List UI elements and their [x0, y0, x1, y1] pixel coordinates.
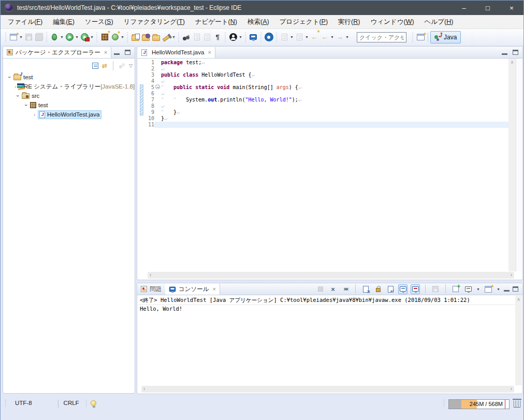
tab-package-explorer[interactable]: パッケージ・エクスプローラー ×: [3, 47, 111, 58]
save-button[interactable]: [23, 32, 34, 43]
console-vertical-scrollbar[interactable]: ∧: [515, 296, 522, 385]
new-wizard-button[interactable]: [8, 32, 19, 43]
new-working-set-button[interactable]: [181, 32, 192, 43]
console-horizontal-scrollbar[interactable]: ‹ ›: [141, 386, 514, 393]
open-type-button[interactable]: [130, 32, 140, 43]
menu-n[interactable]: ナビゲート(N): [190, 15, 242, 29]
chevron-expanded-icon[interactable]: ›: [15, 93, 21, 99]
chevron-expanded-icon[interactable]: ›: [7, 74, 13, 81]
new-java-project-button[interactable]: [99, 32, 110, 43]
tree-item-package[interactable]: › test: [3, 100, 135, 110]
line-ending-indicator[interactable]: CRLF: [59, 398, 84, 408]
java-perspective-button[interactable]: Java: [430, 31, 461, 44]
console-output-area[interactable]: <終了> HelloWorldTest [Java アプリケーション] C:¥t…: [138, 296, 515, 385]
scroll-up-icon[interactable]: ∧: [508, 60, 516, 65]
chevron-collapsed-icon[interactable]: ›: [14, 83, 17, 90]
line-number[interactable]: 9: [144, 109, 154, 115]
garbage-collect-icon[interactable]: [514, 400, 520, 408]
minimize-button[interactable]: –: [452, 1, 476, 15]
console-maximize-icon[interactable]: [513, 286, 518, 292]
code-area[interactable]: 1package test;↵2↵3public class HelloWorl…: [138, 59, 508, 271]
tab-console-close-icon[interactable]: ×: [213, 286, 216, 292]
forward-caret[interactable]: ▾: [345, 35, 350, 39]
back-button[interactable]: ←: [319, 32, 330, 43]
user-account-caret[interactable]: ▾: [238, 35, 243, 39]
next-annotation-caret[interactable]: ▾: [289, 35, 294, 39]
selected-tree-item[interactable]: HelloWorldTest.java: [38, 110, 101, 119]
line-number[interactable]: 1: [144, 60, 154, 66]
menu-r[interactable]: 実行(R): [333, 15, 365, 29]
menu-s[interactable]: ソース(S): [80, 15, 119, 29]
display-selected-console-button[interactable]: [463, 284, 473, 294]
editor-minimize-icon[interactable]: [502, 50, 507, 55]
menu-t[interactable]: リファクタリング(T): [119, 15, 190, 29]
terminal-button[interactable]: [248, 32, 258, 43]
back-caret[interactable]: ▾: [330, 35, 334, 39]
show-javadoc-button[interactable]: [202, 32, 212, 43]
run-button[interactable]: [64, 32, 75, 43]
run-caret[interactable]: ▾: [75, 35, 79, 39]
explorer-minimize-icon[interactable]: [114, 50, 120, 55]
line-number[interactable]: 8: [144, 103, 154, 109]
open-perspective-button[interactable]: [415, 32, 426, 43]
line-number[interactable]: 7: [144, 97, 154, 103]
tab-console[interactable]: コンソール ×: [165, 283, 220, 295]
menu-e[interactable]: 編集(E): [48, 15, 80, 29]
show-on-stdout-button[interactable]: [398, 284, 407, 294]
previous-annotation-button[interactable]: [294, 32, 304, 43]
link-with-editor-icon[interactable]: ⇄: [102, 63, 107, 69]
clear-console-button[interactable]: [361, 284, 370, 294]
tree-item-java-file[interactable]: › HelloWorldTest.java: [3, 110, 135, 119]
fold-collapse-icon[interactable]: [155, 84, 160, 89]
remove-launch-button[interactable]: ×: [328, 284, 338, 294]
maximize-button[interactable]: □: [476, 1, 500, 15]
coverage-button[interactable]: [79, 32, 90, 43]
editor-vertical-scrollbar[interactable]: ∧: [508, 59, 516, 271]
previous-annotation-caret[interactable]: ▾: [304, 35, 309, 39]
heap-status-gauge[interactable]: 245M / 568M: [448, 399, 510, 409]
line-number[interactable]: 11: [144, 122, 154, 128]
tab-helloworldtest[interactable]: HelloWorldTest.java ×: [137, 47, 215, 58]
quick-access-input[interactable]: [357, 32, 406, 42]
externalize-strings-button[interactable]: [192, 32, 202, 43]
chevron-expanded-icon[interactable]: ›: [23, 102, 30, 109]
forward-button[interactable]: →: [334, 32, 345, 43]
scroll-left-icon[interactable]: ‹: [150, 272, 151, 278]
display-console-caret[interactable]: ▾: [476, 287, 481, 292]
new-class-button[interactable]: [110, 32, 120, 43]
save-output-button[interactable]: [431, 284, 440, 294]
line-number[interactable]: 2: [144, 66, 154, 72]
tab-problems[interactable]: 問題: [137, 283, 165, 295]
search-caret[interactable]: ▾: [171, 35, 176, 39]
line-number[interactable]: 6: [144, 91, 154, 97]
search-button[interactable]: [161, 32, 171, 43]
menu-h[interactable]: ヘルプ(H): [419, 15, 459, 29]
debug-button[interactable]: [49, 32, 60, 43]
console-minimize-icon[interactable]: [504, 287, 510, 292]
editor-tab-close-icon[interactable]: ×: [208, 49, 211, 55]
tab-package-explorer-close-icon[interactable]: ×: [104, 49, 107, 55]
open-console-caret[interactable]: ▾: [496, 287, 501, 292]
tree-item-src[interactable]: › src: [3, 91, 135, 100]
collapse-all-icon[interactable]: [92, 63, 98, 69]
menu-f[interactable]: ファイル(F): [3, 15, 48, 29]
line-number[interactable]: 4: [144, 78, 154, 84]
show-on-stderr-button[interactable]: [411, 284, 420, 294]
word-wrap-button[interactable]: [386, 284, 395, 294]
scroll-up-icon[interactable]: ∧: [515, 297, 522, 302]
save-all-button[interactable]: [34, 32, 44, 43]
new-wizard-caret[interactable]: ▾: [19, 35, 23, 39]
view-menu-icon[interactable]: ▽: [129, 63, 133, 68]
tree-item-jre[interactable]: › JRE システム・ライブラリー [JavaSE-1.8]: [3, 82, 135, 91]
menu-a[interactable]: 検索(A): [242, 15, 274, 29]
debug-caret[interactable]: ▾: [60, 35, 64, 39]
open-console-button[interactable]: [484, 284, 493, 294]
user-account-button[interactable]: [228, 32, 238, 43]
encoding-indicator[interactable]: UTF-8: [10, 398, 37, 408]
remove-all-terminated-button[interactable]: ××: [341, 284, 350, 294]
editor-maximize-icon[interactable]: [513, 50, 518, 55]
line-number[interactable]: 3: [144, 72, 154, 78]
menu-w[interactable]: ウィンドウ(W): [365, 15, 419, 29]
show-whitespace-button[interactable]: ¶: [212, 32, 223, 43]
last-edit-location-button[interactable]: ←: [309, 32, 319, 43]
